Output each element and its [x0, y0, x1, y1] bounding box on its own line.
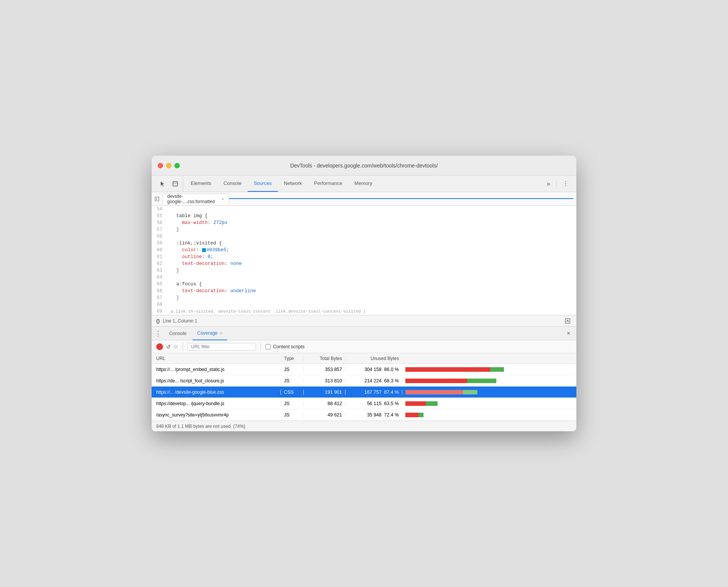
- row-total: 313 810: [303, 378, 345, 384]
- row-unused: 167 757 87.4 %: [345, 390, 402, 395]
- code-line: 57 }: [152, 226, 576, 233]
- tab-network[interactable]: Network: [278, 175, 308, 192]
- panel-tab-bar: ⋮ Console Coverage × ×: [152, 327, 576, 340]
- svg-marker-3: [156, 198, 158, 200]
- code-line: 62 text-decoration: none: [152, 260, 576, 267]
- scroll-to-top-button[interactable]: [563, 317, 572, 325]
- table-header: URL Type Total Bytes Unused Bytes: [152, 353, 576, 364]
- row-unused: 214 224 68.3 %: [345, 378, 402, 384]
- window-title: DevTools - developers.google.com/web/too…: [290, 163, 438, 169]
- row-total: 191 901: [303, 390, 345, 395]
- file-panel-icon: [155, 197, 159, 201]
- content-scripts-label[interactable]: Content scripts: [265, 344, 304, 349]
- divider: [556, 180, 557, 188]
- code-line: 61 outline: 0;: [152, 254, 576, 260]
- row-total: 88 412: [303, 401, 345, 406]
- toolbar-divider-2: [260, 343, 261, 351]
- col-header-total[interactable]: Total Bytes: [303, 356, 345, 361]
- coverage-toolbar: ↺ ⊘ Content scripts: [152, 340, 576, 353]
- maximize-button[interactable]: [174, 163, 180, 168]
- tab-console[interactable]: Console: [217, 175, 248, 192]
- row-url: https://... /prompt_embed_static.js: [152, 367, 281, 372]
- code-line-truncated: 69 a.link.th-visited, devsite-toast-cont…: [152, 308, 576, 315]
- file-tab-close[interactable]: ×: [221, 197, 224, 201]
- row-type: JS: [281, 367, 303, 372]
- cursor-position: Line 1, Column 1: [163, 318, 197, 324]
- file-tab-underline: [229, 198, 573, 199]
- col-header-unused[interactable]: Unused Bytes: [345, 356, 402, 361]
- code-line: 56 max-width: 272px: [152, 219, 576, 226]
- coverage-table: URL Type Total Bytes Unused Bytes https:…: [152, 353, 576, 421]
- svg-rect-4: [565, 319, 570, 323]
- col-header-url[interactable]: URL: [152, 356, 281, 361]
- close-button[interactable]: [158, 163, 163, 168]
- reload-button[interactable]: ↺: [166, 344, 171, 350]
- bottom-panel: ⋮ Console Coverage × × ↺ ⊘ Content scrip…: [152, 327, 576, 431]
- minimize-button[interactable]: [166, 163, 171, 168]
- stop-button[interactable]: ⊘: [174, 344, 178, 350]
- code-line: 60 color: #039be5;: [152, 247, 576, 254]
- tab-performance[interactable]: Performance: [308, 175, 348, 192]
- table-row[interactable]: https://de... /script_foot_closure.js JS…: [152, 375, 576, 387]
- row-url: https://develop... /jquery-bundle.js: [152, 401, 281, 406]
- coverage-tab-close[interactable]: ×: [220, 331, 222, 335]
- tab-memory[interactable]: Memory: [348, 175, 378, 192]
- file-tab-bar: devsite-google-....css:formatted ×: [152, 192, 576, 206]
- row-total: 353 857: [303, 367, 345, 372]
- svg-rect-0: [173, 182, 177, 186]
- tab-elements[interactable]: Elements: [185, 175, 217, 192]
- content-scripts-checkbox[interactable]: [265, 344, 271, 349]
- row-type: JS: [281, 412, 303, 418]
- row-bar: [402, 390, 576, 394]
- menu-button[interactable]: ⋮: [561, 178, 570, 189]
- file-tab[interactable]: devsite-google-....css:formatted ×: [162, 194, 229, 204]
- more-tabs-button[interactable]: »: [545, 179, 552, 189]
- code-line: 64: [152, 274, 576, 281]
- table-row-selected[interactable]: https://... /devsite-google-blue.css CSS…: [152, 387, 576, 398]
- row-type: JS: [281, 401, 303, 406]
- code-line: 65 a:focus {: [152, 281, 576, 288]
- code-line: 54: [152, 206, 576, 213]
- code-line: 67 }: [152, 294, 576, 301]
- code-line: 59 :link,:visited {: [152, 240, 576, 247]
- url-filter-input[interactable]: [188, 343, 256, 351]
- code-line: 68: [152, 301, 576, 308]
- title-bar: DevTools - developers.google.com/web/too…: [152, 156, 576, 175]
- code-line: 63 }: [152, 267, 576, 274]
- main-tab-bar: Elements Console Sources Network Perform…: [152, 175, 576, 192]
- code-line: 66 text-decoration: underline: [152, 288, 576, 294]
- dock-icon[interactable]: [171, 179, 180, 188]
- code-line: 55 table img {: [152, 213, 576, 219]
- row-url: https://de... /script_foot_closure.js: [152, 378, 281, 384]
- coverage-footer: 848 KB of 1.1 MB bytes are not used. (74…: [152, 421, 576, 431]
- panel-close-button[interactable]: ×: [564, 330, 573, 337]
- col-header-type[interactable]: Type: [281, 356, 303, 361]
- code-editor[interactable]: 54 55 table img { 56 max-width: 272px 57: [152, 206, 576, 315]
- panel-tab-console[interactable]: Console: [165, 327, 191, 340]
- row-unused: 56 115 63.5 %: [345, 401, 402, 406]
- row-bar: [402, 367, 576, 372]
- row-url: https://... /devsite-google-blue.css: [152, 390, 281, 395]
- tab-bar-icons: [155, 175, 183, 192]
- panel-tab-coverage[interactable]: Coverage ×: [193, 327, 227, 340]
- cursor-icon[interactable]: [158, 179, 167, 188]
- traffic-lights: [158, 163, 180, 168]
- format-icon[interactable]: {}: [156, 318, 160, 324]
- record-button[interactable]: [156, 343, 163, 350]
- toolbar-divider: [183, 343, 183, 351]
- file-tab-name: devsite-google-....css:formatted: [167, 194, 218, 204]
- table-row[interactable]: /async_survey?site=ylj5ifxusvvmr4p JS 49…: [152, 409, 576, 421]
- tab-sources[interactable]: Sources: [248, 175, 278, 192]
- row-bar: [402, 413, 576, 417]
- row-unused: 304 158 86.0 %: [345, 367, 402, 372]
- table-row[interactable]: https://... /prompt_embed_static.js JS 3…: [152, 364, 576, 375]
- row-total: 49 621: [303, 412, 345, 418]
- row-bar: [402, 379, 576, 383]
- devtools-window: DevTools - developers.google.com/web/too…: [152, 156, 576, 431]
- panel-menu-button[interactable]: ⋮: [155, 329, 162, 338]
- row-type: CSS: [281, 390, 303, 395]
- tab-bar-right: » ⋮: [542, 175, 573, 192]
- table-row[interactable]: https://develop... /jquery-bundle.js JS …: [152, 398, 576, 409]
- row-url: /async_survey?site=ylj5ifxusvvmr4p: [152, 412, 281, 418]
- status-bar: {} Line 1, Column 1: [152, 315, 576, 327]
